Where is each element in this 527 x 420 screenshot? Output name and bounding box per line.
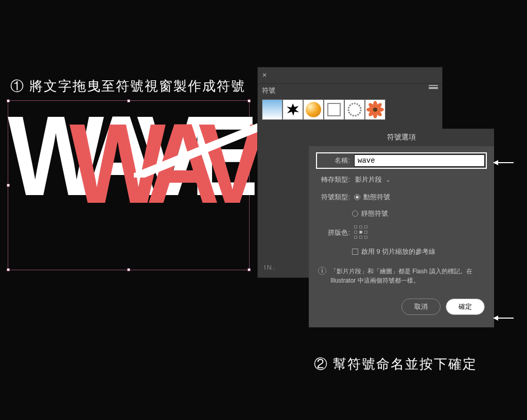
chevron-down-icon: ⌄ bbox=[386, 177, 390, 183]
radio-static-label: 靜態符號 bbox=[361, 209, 388, 218]
radio-icon bbox=[354, 194, 360, 200]
export-type-label: 轉存類型: bbox=[318, 175, 350, 184]
selection-handle[interactable] bbox=[127, 268, 130, 271]
radio-dynamic-label: 動態符號 bbox=[363, 192, 390, 202]
radio-dynamic[interactable]: 動態符號 bbox=[354, 192, 390, 202]
radio-icon bbox=[352, 211, 358, 217]
close-icon[interactable]: ✕ bbox=[262, 72, 267, 79]
symbols-panel-title: 符號 bbox=[262, 83, 275, 98]
symbol-thumb-flower[interactable] bbox=[365, 99, 385, 120]
name-label: 名稱: bbox=[318, 156, 350, 165]
step2-annotation: ② 幫符號命名並按下確定 bbox=[314, 355, 477, 373]
registration-grid[interactable] bbox=[354, 225, 368, 240]
symbols-panel-footer-icons[interactable]: IN. bbox=[264, 264, 276, 271]
svg-point-2 bbox=[348, 103, 361, 116]
svg-marker-15 bbox=[493, 316, 498, 321]
registration-label: 拼版色: bbox=[318, 228, 350, 237]
export-type-dropdown[interactable]: 影片片段 ⌄ bbox=[354, 174, 391, 185]
name-input[interactable] bbox=[354, 154, 485, 167]
ok-pointer-arrow bbox=[493, 313, 514, 323]
symbol-thumb-ring[interactable] bbox=[344, 99, 365, 120]
symbol-thumb-sphere[interactable] bbox=[303, 99, 324, 120]
info-text: 「影片片段」和「繪圖」都是 Flash 讀入的標記。在 Illustrator … bbox=[330, 267, 485, 285]
name-pointer-arrow bbox=[493, 157, 514, 168]
export-type-value: 影片片段 bbox=[355, 175, 382, 184]
panel-menu-icon[interactable] bbox=[429, 85, 438, 92]
ok-button[interactable]: 確定 bbox=[446, 299, 485, 315]
symbol-thumb-gradient[interactable] bbox=[262, 99, 283, 120]
symbol-thumb-splat[interactable] bbox=[283, 99, 303, 120]
symbols-panel-header: ✕ bbox=[258, 67, 442, 84]
symbol-thumbnails bbox=[262, 99, 385, 120]
slice-checkbox-label: 啟用 9 切片縮放的參考線 bbox=[361, 247, 435, 256]
dialog-title: 符號選項 bbox=[309, 129, 494, 146]
radio-static[interactable]: 靜態符號 bbox=[352, 209, 388, 218]
selection-handle[interactable] bbox=[7, 268, 10, 271]
info-icon: i bbox=[318, 267, 326, 275]
svg-marker-13 bbox=[493, 160, 498, 165]
symbol-type-label: 符號類型: bbox=[318, 192, 350, 202]
cancel-button[interactable]: 取消 bbox=[401, 299, 441, 315]
symbol-options-dialog: 符號選項 名稱: 轉存類型: 影片片段 ⌄ 符號類型: 動態符號 靜態符號 bbox=[309, 129, 494, 327]
slice-checkbox[interactable] bbox=[352, 249, 358, 255]
canvas-text-object[interactable]: WAVE WAVE bbox=[8, 103, 296, 247]
svg-point-11 bbox=[373, 108, 377, 112]
symbol-thumb-square[interactable] bbox=[324, 99, 344, 120]
selection-handle[interactable] bbox=[248, 268, 251, 271]
